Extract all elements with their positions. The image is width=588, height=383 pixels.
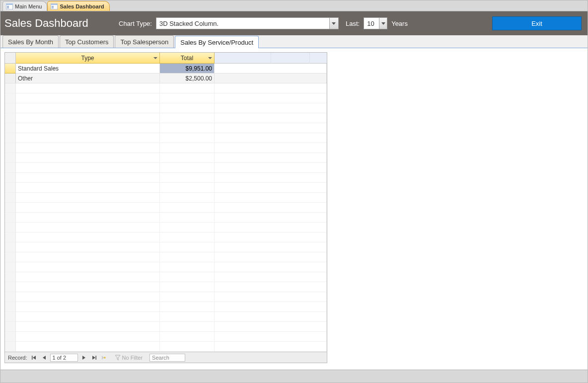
table-row-empty	[5, 282, 327, 292]
table-row-empty	[5, 322, 327, 332]
table-row-empty	[5, 292, 327, 302]
table-row-empty	[5, 193, 327, 203]
years-label: Years	[391, 20, 408, 27]
table-row-empty	[5, 272, 327, 282]
search-input[interactable]: Search	[149, 354, 185, 362]
window-tab-label: Main Menu	[15, 3, 42, 9]
select-all-corner[interactable]	[5, 53, 16, 64]
table-row-empty	[5, 173, 327, 183]
table-row-empty	[5, 332, 327, 342]
table-row-empty	[5, 213, 327, 223]
column-header-empty	[310, 53, 327, 64]
table-row-empty	[5, 183, 327, 193]
exit-button-label: Exit	[531, 20, 542, 27]
table-row-empty	[5, 113, 327, 123]
cell-type[interactable]: Standard Sales	[16, 64, 160, 74]
table-row[interactable]: Standard Sales $9,951.00	[5, 64, 327, 74]
table-row-empty	[5, 342, 327, 352]
data-grid: Type Total Standard Sales $9,951.00 Othe…	[4, 52, 327, 363]
svg-marker-15	[115, 355, 120, 360]
cell-total[interactable]: $2,500.00	[160, 74, 215, 83]
status-bar	[0, 370, 588, 383]
dashboard-tabs: Sales By Month Top Customers Top Salespe…	[0, 35, 588, 48]
column-header-type[interactable]: Type	[16, 53, 160, 64]
svg-rect-7	[52, 7, 54, 8]
table-row-empty	[5, 133, 327, 143]
table-row-empty	[5, 163, 327, 173]
table-row-empty	[5, 103, 327, 113]
table-row-empty	[5, 252, 327, 262]
first-record-button[interactable]	[30, 354, 38, 362]
table-row-empty	[5, 93, 327, 103]
tab-top-salesperson[interactable]: Top Salesperson	[115, 35, 174, 48]
chevron-down-icon	[329, 18, 338, 29]
table-row-empty	[5, 262, 327, 272]
no-filter-indicator[interactable]: No Filter	[115, 355, 143, 361]
last-value-select[interactable]: 10	[364, 17, 387, 29]
chart-type-value: 3D Stacked Column.	[156, 20, 329, 27]
chevron-down-icon	[153, 57, 157, 59]
prev-record-button[interactable]	[40, 354, 48, 362]
chart-type-select[interactable]: 3D Stacked Column.	[156, 17, 339, 29]
last-record-button[interactable]	[90, 354, 98, 362]
cell-type[interactable]: Other	[16, 74, 160, 83]
window-tabs: Main Menu Sales Dashboard	[0, 0, 588, 11]
chevron-down-icon	[379, 18, 387, 29]
svg-rect-1	[6, 3, 13, 5]
content-area: Type Total Standard Sales $9,951.00 Othe…	[0, 48, 588, 370]
svg-rect-6	[52, 6, 54, 7]
table-row-empty	[5, 232, 327, 242]
table-row-empty	[5, 143, 327, 153]
svg-rect-2	[7, 6, 9, 7]
svg-marker-11	[82, 356, 85, 360]
table-row-empty	[5, 83, 327, 93]
last-value: 10	[364, 20, 379, 27]
record-label: Record:	[8, 355, 27, 361]
cell-empty	[215, 74, 327, 83]
header-bar: Sales Dashboard Chart Type: 3D Stacked C…	[0, 11, 588, 35]
tab-top-customers[interactable]: Top Customers	[60, 35, 114, 48]
grid-header: Type Total	[5, 53, 327, 64]
table-row-empty	[5, 153, 327, 163]
tab-sales-by-month[interactable]: Sales By Month	[2, 35, 59, 48]
chart-type-label: Chart Type:	[119, 20, 152, 27]
table-row-empty	[5, 223, 327, 232]
page-title: Sales Dashboard	[4, 17, 119, 30]
table-row-empty	[5, 242, 327, 252]
table-row-empty	[5, 302, 327, 312]
grid-body[interactable]: Standard Sales $9,951.00 Other $2,500.00	[5, 64, 327, 352]
svg-rect-13	[95, 356, 96, 360]
tab-sales-by-service-product[interactable]: Sales By Service/Product	[175, 36, 259, 48]
last-label: Last:	[346, 20, 360, 27]
svg-rect-8	[32, 356, 33, 360]
table-row-empty	[5, 203, 327, 213]
filter-icon	[115, 355, 121, 361]
table-row-empty	[5, 123, 327, 133]
exit-button[interactable]: Exit	[492, 16, 582, 30]
svg-marker-10	[43, 356, 46, 360]
new-record-button[interactable]	[100, 354, 108, 362]
record-position[interactable]: 1 of 2	[50, 354, 78, 362]
cell-empty	[215, 64, 327, 74]
record-navigator: Record: 1 of 2 No Filter Search	[5, 352, 327, 363]
chevron-down-icon	[208, 57, 212, 59]
svg-rect-5	[51, 3, 58, 5]
form-icon	[51, 3, 58, 9]
table-row[interactable]: Other $2,500.00	[5, 74, 327, 83]
svg-rect-3	[7, 7, 9, 8]
svg-marker-12	[92, 356, 95, 360]
row-selector[interactable]	[5, 74, 16, 83]
column-header-empty	[215, 53, 271, 64]
row-selector[interactable]	[5, 64, 16, 74]
next-record-button[interactable]	[80, 354, 88, 362]
window-tab-sales-dashboard[interactable]: Sales Dashboard	[47, 1, 109, 11]
column-header-total[interactable]: Total	[160, 53, 215, 64]
cell-total[interactable]: $9,951.00	[160, 64, 215, 74]
window-tab-main-menu[interactable]: Main Menu	[2, 1, 47, 11]
window-tab-label: Sales Dashboard	[60, 3, 104, 9]
table-row-empty	[5, 312, 327, 322]
svg-marker-9	[33, 356, 36, 360]
form-icon	[6, 3, 13, 9]
column-header-empty	[271, 53, 310, 64]
